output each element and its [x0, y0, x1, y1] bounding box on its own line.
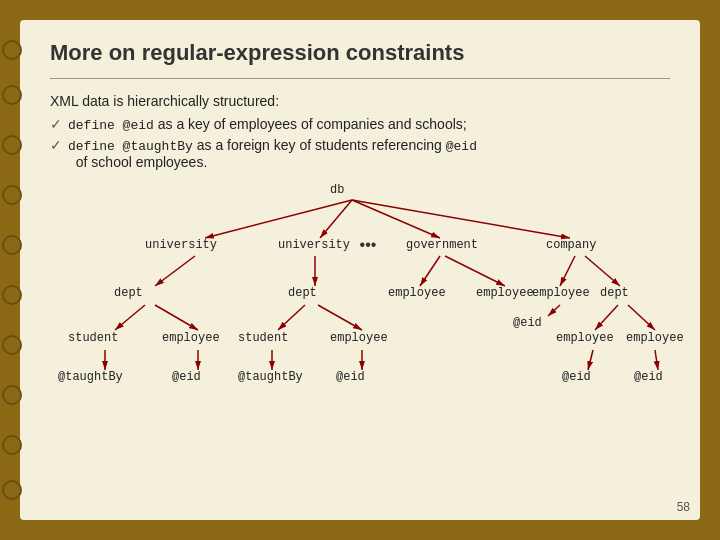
bullet-1: ✓ define @eid as a key of employees of c… — [50, 116, 670, 133]
checkmark-2: ✓ — [50, 137, 62, 153]
svg-line-5 — [155, 256, 195, 286]
node-db: db — [330, 183, 344, 197]
slide-content: More on regular-expression constraints X… — [20, 20, 700, 418]
title-divider — [50, 78, 670, 79]
svg-text:•••: ••• — [360, 236, 377, 253]
page-number: 58 — [677, 500, 690, 514]
node-emp6: employee — [556, 331, 614, 345]
svg-line-13 — [155, 305, 198, 330]
svg-line-3 — [352, 200, 440, 238]
slide: More on regular-expression constraints X… — [20, 20, 700, 520]
intro-text: XML data is hierarchically structured: — [50, 91, 670, 112]
node-dept1: dept — [114, 286, 143, 300]
svg-line-9 — [560, 256, 575, 286]
node-eid3: @eid — [336, 370, 365, 384]
node-dept2: dept — [288, 286, 317, 300]
node-emp1: employee — [388, 286, 446, 300]
checkmark-1: ✓ — [50, 116, 62, 132]
tree-diagram: ••• db university university government … — [50, 178, 670, 398]
node-student1: student — [68, 331, 118, 345]
svg-line-4 — [352, 200, 570, 238]
node-eid2: @eid — [172, 370, 201, 384]
node-emp3: employee — [532, 286, 590, 300]
svg-line-12 — [115, 305, 145, 330]
node-univ1: university — [145, 238, 217, 252]
node-emp2: employee — [476, 286, 534, 300]
svg-line-16 — [595, 305, 618, 330]
spiral-binding — [2, 20, 24, 520]
svg-line-10 — [585, 256, 620, 286]
node-govt: government — [406, 238, 478, 252]
node-eid1: @eid — [513, 316, 542, 330]
node-eid5: @eid — [634, 370, 663, 384]
svg-line-17 — [628, 305, 655, 330]
svg-line-23 — [655, 350, 658, 370]
node-student2: student — [238, 331, 288, 345]
node-company: company — [546, 238, 596, 252]
svg-line-2 — [320, 200, 352, 238]
node-univ2: university — [278, 238, 350, 252]
svg-line-14 — [278, 305, 305, 330]
node-employee4: employee — [162, 331, 220, 345]
svg-line-8 — [445, 256, 505, 286]
bullet-1-text: define @eid as a key of employees of com… — [68, 116, 467, 133]
node-taughtby1: @taughtBy — [58, 370, 123, 384]
svg-line-15 — [318, 305, 362, 330]
node-dept3: dept — [600, 286, 629, 300]
node-taughtby2: @taughtBy — [238, 370, 303, 384]
node-eid4: @eid — [562, 370, 591, 384]
svg-line-11 — [548, 305, 560, 316]
slide-title: More on regular-expression constraints — [50, 40, 670, 66]
node-emp7: employee — [626, 331, 684, 345]
bullet-2: ✓ define @taughtBy as a foreign key of s… — [50, 137, 670, 170]
bullet-2-text: define @taughtBy as a foreign key of stu… — [68, 137, 477, 170]
svg-line-7 — [420, 256, 440, 286]
svg-line-1 — [205, 200, 352, 238]
node-employee5: employee — [330, 331, 388, 345]
svg-line-22 — [588, 350, 593, 370]
